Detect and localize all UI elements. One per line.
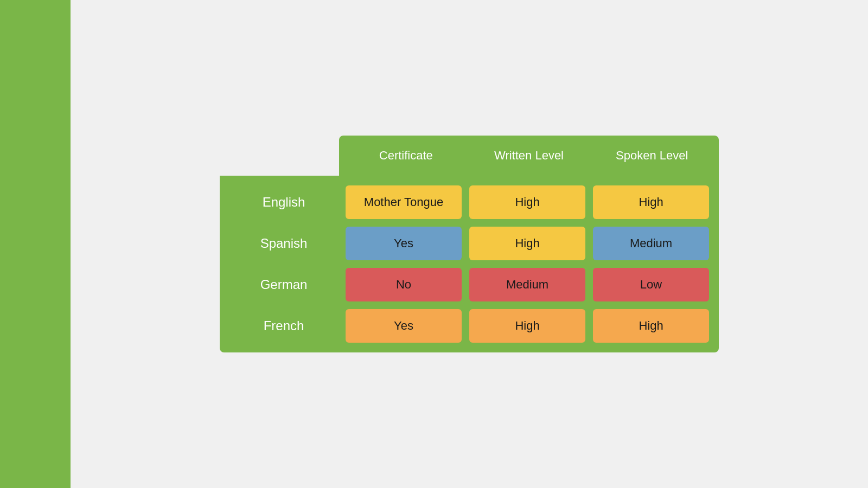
spoken-value: Low bbox=[593, 268, 709, 301]
table-row: French Yes High High bbox=[229, 309, 709, 343]
table-container: Certificate Written Level Spoken Level E… bbox=[220, 136, 719, 352]
certificate-value: Yes bbox=[346, 309, 462, 343]
header-spoken: Spoken Level bbox=[590, 145, 713, 166]
table-row: Spanish Yes High Medium bbox=[229, 227, 709, 260]
spoken-value: High bbox=[593, 309, 709, 343]
written-value: High bbox=[469, 185, 585, 219]
certificate-value: Mother Tongue bbox=[346, 185, 462, 219]
table-header: Certificate Written Level Spoken Level bbox=[339, 136, 719, 176]
table-body: English Mother Tongue High High Spanish … bbox=[220, 176, 719, 352]
certificate-value: Yes bbox=[346, 227, 462, 260]
language-label: French bbox=[229, 318, 338, 333]
language-label: Spanish bbox=[229, 236, 338, 251]
table-row: German No Medium Low bbox=[229, 268, 709, 301]
spoken-value: High bbox=[593, 185, 709, 219]
sidebar bbox=[0, 0, 71, 488]
main-content: Certificate Written Level Spoken Level E… bbox=[71, 0, 868, 488]
language-label: German bbox=[229, 277, 338, 292]
table-row: English Mother Tongue High High bbox=[229, 185, 709, 219]
language-label: English bbox=[229, 195, 338, 210]
written-value: Medium bbox=[469, 268, 585, 301]
spoken-value: Medium bbox=[593, 227, 709, 260]
written-value: High bbox=[469, 227, 585, 260]
certificate-value: No bbox=[346, 268, 462, 301]
header-written: Written Level bbox=[468, 145, 591, 166]
written-value: High bbox=[469, 309, 585, 343]
header-certificate: Certificate bbox=[344, 145, 468, 166]
